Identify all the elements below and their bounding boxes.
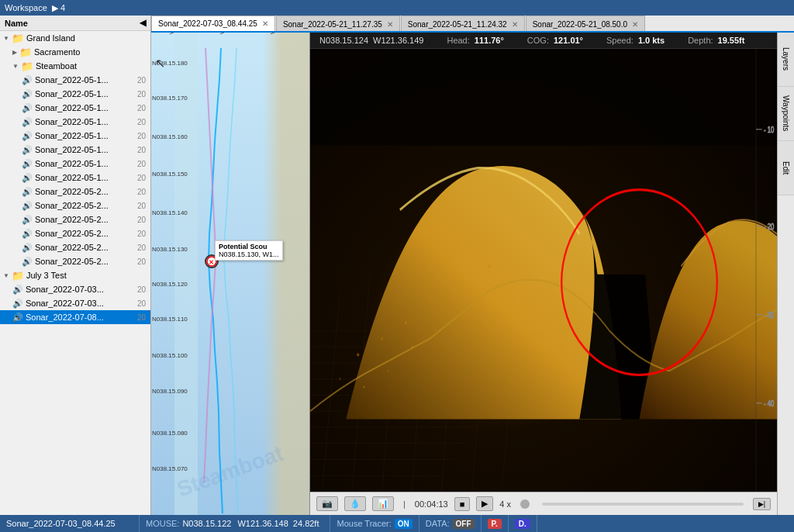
tab-tab2[interactable]: Sonar_2022-05-21_11.27.35✕: [276, 16, 400, 33]
tracer-state-badge[interactable]: ON: [395, 519, 413, 529]
tree-label: Sonar_2022-05-2...: [35, 215, 137, 224]
data-segment: DATA: OFF: [419, 515, 482, 532]
water-button[interactable]: 💧: [344, 496, 366, 511]
lat-label-12: N038.15.070: [152, 465, 188, 472]
forward-button[interactable]: ▶|: [753, 498, 771, 510]
tree-item-sonar-05-2b[interactable]: 🔊Sonar_2022-05-2...20: [0, 199, 150, 212]
tree-label: Sonar_2022-07-03...: [26, 285, 137, 294]
tree-label: Sonar_2022-05-1...: [35, 103, 137, 112]
p-badge[interactable]: P.: [488, 519, 502, 529]
waypoints-button[interactable]: Waypoints: [778, 87, 794, 141]
view-area: ✕ W121.36.150 W121.36.140 W121.36.130 N0…: [151, 33, 794, 515]
tree-item-steamboat[interactable]: ▼ 📁Steamboat: [0, 59, 150, 73]
tab-close-icon[interactable]: ✕: [632, 20, 638, 29]
sonar-icon: 🔊: [22, 173, 33, 183]
tree-item-july3-test[interactable]: ▼ 📁July 3 Test: [0, 268, 150, 282]
tree-item-sacramento[interactable]: ▶ 📁Sacramento: [0, 45, 150, 59]
sidebar-header: Name ◀: [0, 16, 150, 31]
sonar-icon: 🔊: [22, 215, 33, 225]
tab-close-icon[interactable]: ✕: [387, 20, 393, 29]
poi-subtitle: N038.15.130, W1...: [219, 250, 279, 258]
stop-button[interactable]: ■: [454, 497, 471, 511]
tab-label: Sonar_2022-07-03_08.44.25: [158, 19, 257, 28]
svg-text:- 30: - 30: [764, 311, 774, 320]
edit-label: Edit: [782, 161, 790, 174]
play-button[interactable]: ▶: [476, 496, 493, 511]
speed-value: 1.0 kts: [638, 36, 665, 45]
tree-item-sonar-05-2e[interactable]: 🔊Sonar_2022-05-2...20: [0, 240, 150, 254]
tree-label: Sonar_2022-05-2...: [35, 201, 137, 210]
svg-point-27: [429, 297, 430, 299]
tree-item-sonar-05-1c[interactable]: 🔊Sonar_2022-05-1...20: [0, 101, 150, 115]
tree-item-grand-island[interactable]: ▼ 📁Grand Island: [0, 31, 150, 45]
layers-button[interactable]: Layers: [778, 33, 794, 87]
svg-point-32: [388, 370, 389, 371]
d-badge[interactable]: D.: [515, 519, 530, 529]
tab-tab3[interactable]: Sonar_2022-05-21_11.24.32✕: [401, 16, 525, 33]
tree-item-sonar-05-1h[interactable]: 🔊Sonar_2022-05-1...20: [0, 171, 150, 185]
tab-close-icon[interactable]: ✕: [262, 19, 268, 28]
svg-point-26: [405, 321, 407, 324]
camera-button[interactable]: 📷: [316, 496, 338, 511]
tab-label: Sonar_2022-05-21_11.27.35: [283, 20, 382, 29]
layers-label: Layers: [782, 47, 790, 71]
tree-item-sonar-05-1b[interactable]: 🔊Sonar_2022-05-1...20: [0, 87, 150, 101]
sonar-icon: 🔊: [22, 159, 33, 169]
mouse-w: W121.36.148: [237, 519, 288, 528]
speed-knob[interactable]: [520, 499, 530, 509]
tree-item-sonar-05-1a[interactable]: 🔊Sonar_2022-05-1...20: [0, 73, 150, 87]
lat-label-6: N038.15.130: [152, 246, 188, 253]
time-separator: |: [403, 499, 406, 509]
expand-icon: ▶: [12, 49, 17, 56]
mouse-segment: MOUSE: N038.15.122 W121.36.148 24.82ft: [140, 515, 330, 532]
sonar-icon: 🔊: [12, 299, 23, 309]
tree-item-sonar-05-1d[interactable]: 🔊Sonar_2022-05-1...20: [0, 115, 150, 129]
tab-tab4[interactable]: Sonar_2022-05-21_08.50.0✕: [526, 16, 645, 33]
sonar-icon: 🔊: [22, 131, 33, 141]
edit-button[interactable]: Edit: [778, 141, 794, 195]
lat-label-8: N038.15.110: [152, 316, 188, 323]
map-panel[interactable]: ✕ W121.36.150 W121.36.140 W121.36.130 N0…: [151, 33, 310, 515]
sidebar-tree: ▼ 📁Grand Island▶ 📁Sacramento▼ 📁Steamboat…: [0, 31, 150, 515]
sonar-icon: 🔊: [22, 187, 33, 197]
tree-item-sonar-05-1g[interactable]: 🔊Sonar_2022-05-1...20: [0, 157, 150, 171]
lat-label-3: N038.15.160: [152, 133, 188, 140]
tree-item-sonar-05-2a[interactable]: 🔊Sonar_2022-05-2...20: [0, 185, 150, 199]
tree-item-sonar-07-03c[interactable]: 🔊Sonar_2022-07-08...20: [0, 310, 150, 324]
tab-close-icon[interactable]: ✕: [512, 20, 518, 29]
tabs-bar: Sonar_2022-07-03_08.44.25✕Sonar_2022-05-…: [151, 16, 794, 33]
playback-slider[interactable]: [542, 503, 744, 506]
svg-point-34: [435, 330, 437, 331]
chart-button[interactable]: 📊: [372, 496, 394, 511]
playback-speed: 4 x: [499, 499, 511, 509]
tree-item-sonar-07-03a[interactable]: 🔊Sonar_2022-07-03...20: [0, 282, 150, 296]
data-state-badge[interactable]: OFF: [453, 519, 475, 529]
depth-label: Depth:: [688, 36, 713, 45]
tree-item-sonar-05-1e[interactable]: 🔊Sonar_2022-05-1...20: [0, 129, 150, 143]
mouse-depth: 24.82ft: [293, 519, 319, 528]
tree-item-sonar-07-03b[interactable]: 🔊Sonar_2022-07-03...20: [0, 296, 150, 310]
tree-item-sonar-05-2d[interactable]: 🔊Sonar_2022-05-2...20: [0, 226, 150, 240]
sonar-image: - 10 - 20 - 30 - 40: [310, 49, 777, 492]
tree-item-sonar-05-2f[interactable]: 🔊Sonar_2022-05-2...20: [0, 254, 150, 268]
sonar-icon: 🔊: [22, 229, 33, 239]
data-label: DATA:: [426, 519, 450, 528]
tracer-segment: Mouse Tracer: ON: [330, 515, 419, 532]
tree-item-sonar-05-2c[interactable]: 🔊Sonar_2022-05-2...20: [0, 212, 150, 226]
sonar-icon: 🔊: [22, 243, 33, 253]
svg-point-28: [453, 281, 455, 284]
lat-label-7: N038.15.120: [152, 281, 188, 288]
svg-point-31: [363, 385, 364, 388]
folder-icon: 📁: [21, 60, 33, 72]
svg-point-29: [488, 264, 491, 268]
tab-tab1[interactable]: Sonar_2022-07-03_08.44.25✕: [151, 16, 275, 33]
lon-label-2: W121.36.140: [219, 33, 226, 34]
svg-point-24: [357, 353, 359, 356]
tree-item-sonar-05-1f[interactable]: 🔊Sonar_2022-05-1...20: [0, 143, 150, 157]
right-panel: Layers Waypoints Edit: [777, 33, 794, 515]
coord-w: W121.36.149: [373, 36, 423, 45]
sonar-icon: 🔊: [22, 89, 33, 99]
sidebar-collapse-icon[interactable]: ◀: [140, 18, 146, 28]
map-canvas: ✕ W121.36.150 W121.36.140 W121.36.130 N0…: [151, 33, 309, 515]
pin-icon: ▶ 4: [52, 3, 65, 13]
